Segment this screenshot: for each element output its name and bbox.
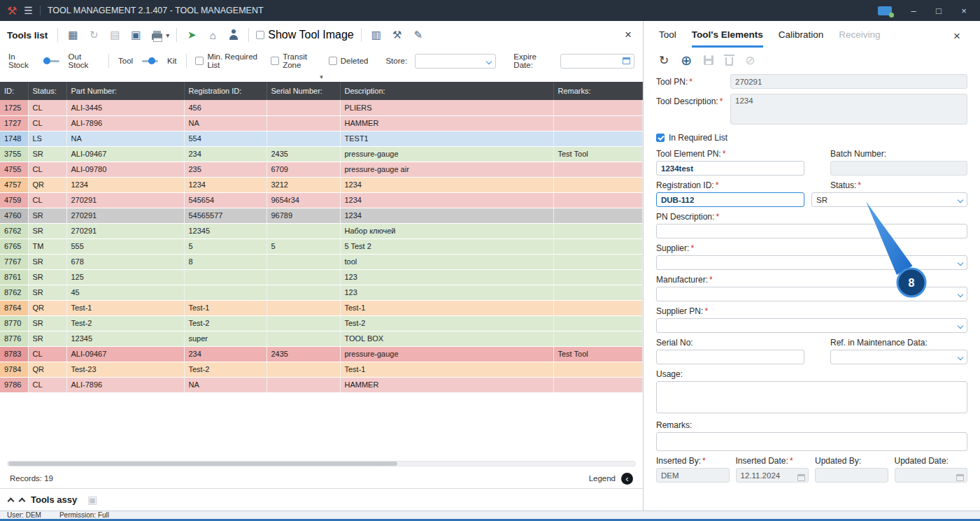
close-button[interactable]: ×	[955, 3, 973, 18]
cell-remarks[interactable]	[553, 115, 643, 131]
cell-remarks[interactable]	[553, 192, 643, 208]
cell-status[interactable]: SR	[28, 208, 66, 223]
supplier-pn-select[interactable]	[656, 318, 967, 333]
cell-reg[interactable]: 234	[184, 346, 267, 362]
home-icon[interactable]: ⌂	[205, 27, 220, 43]
cell-desc[interactable]: TEST1	[340, 131, 553, 146]
deactivate-icon[interactable]: ⊘	[745, 53, 755, 68]
cell-serial[interactable]	[267, 315, 340, 331]
cell-id[interactable]: 6762	[0, 223, 28, 238]
cell-remarks[interactable]	[553, 300, 643, 315]
stock-toggle[interactable]	[43, 57, 59, 64]
store-select[interactable]	[415, 54, 496, 69]
cell-desc[interactable]: HAMMER	[340, 115, 553, 131]
deleted-checkbox[interactable]	[329, 57, 337, 65]
connected-users-icon[interactable]	[878, 6, 892, 15]
column-header[interactable]: Registration ID:	[184, 82, 267, 100]
cell-pn[interactable]: 125	[66, 269, 184, 285]
cell-pn[interactable]: ALI-7896	[66, 377, 184, 392]
cell-reg[interactable]: 554	[184, 131, 267, 146]
table-row[interactable]: 9784QRTest-23Test-2Test-1	[0, 362, 643, 377]
cell-remarks[interactable]	[553, 285, 643, 300]
cell-serial[interactable]	[267, 300, 340, 315]
table-row[interactable]: 4757QR1234123432121234	[0, 177, 643, 192]
collapse-filters-handle[interactable]: ▼	[0, 73, 643, 82]
cell-status[interactable]: CL	[28, 346, 66, 362]
cell-serial[interactable]	[267, 269, 340, 285]
cell-status[interactable]: CL	[28, 377, 66, 392]
tab-calibration[interactable]: Calibration	[779, 29, 824, 48]
cell-remarks[interactable]	[553, 177, 643, 192]
cell-serial[interactable]	[267, 115, 340, 131]
cell-serial[interactable]: 2435	[267, 346, 340, 362]
cell-remarks[interactable]	[553, 269, 643, 285]
cell-id[interactable]: 8783	[0, 346, 28, 362]
serial-no-field[interactable]	[656, 350, 804, 364]
add-icon[interactable]: ⊕	[681, 52, 692, 69]
table-row[interactable]: 8770SRTest-2Test-2Test-2	[0, 315, 643, 331]
cell-reg[interactable]: super	[184, 331, 267, 346]
manufacturer-select[interactable]	[656, 287, 967, 301]
cell-remarks[interactable]: Test Tool	[553, 146, 643, 162]
cell-pn[interactable]: 270291	[66, 223, 184, 238]
min-required-checkbox[interactable]	[195, 57, 204, 65]
copy-icon[interactable]: ▣	[128, 27, 143, 43]
legend-icon[interactable]: ‹	[621, 473, 633, 485]
handover-user-icon[interactable]	[226, 27, 241, 43]
cell-desc[interactable]: Test-1	[340, 362, 553, 377]
cell-id[interactable]: 3755	[0, 146, 28, 162]
cell-status[interactable]: SR	[28, 285, 66, 300]
cell-id[interactable]: 1725	[0, 100, 28, 115]
cell-id[interactable]: 8776	[0, 331, 28, 346]
cell-serial[interactable]	[267, 254, 340, 269]
cell-desc[interactable]: pressure-gauge	[340, 146, 553, 162]
cell-id[interactable]: 4760	[0, 208, 28, 223]
cell-desc[interactable]: 123	[340, 269, 553, 285]
cell-pn[interactable]: ALI-7896	[66, 115, 184, 131]
cell-remarks[interactable]	[553, 238, 643, 254]
maximize-button[interactable]: □	[930, 3, 948, 18]
cell-pn[interactable]: 678	[66, 254, 184, 269]
cell-pn[interactable]: ALI-09467	[66, 346, 184, 362]
tool-element-pn-field[interactable]	[656, 161, 804, 176]
horizontal-scrollbar[interactable]	[0, 459, 643, 469]
cell-desc[interactable]: tool	[340, 254, 553, 269]
table-row[interactable]: 9786CLALI-7896NAHAMMER	[0, 377, 643, 392]
cell-reg[interactable]: 235	[184, 162, 267, 177]
cell-status[interactable]: LS	[28, 131, 66, 146]
cell-id[interactable]: 1748	[0, 131, 28, 146]
table-row[interactable]: 1748LSNA554TEST1	[0, 131, 643, 146]
cell-desc[interactable]: 5 Test 2	[340, 238, 553, 254]
cell-desc[interactable]: pressure-gauge air	[340, 162, 553, 177]
cell-serial[interactable]: 2435	[267, 146, 340, 162]
menu-icon[interactable]: ☰	[24, 5, 33, 16]
table-row[interactable]: 8762SR45123	[0, 285, 643, 300]
cell-desc[interactable]: PLIERS	[340, 100, 553, 115]
cell-status[interactable]: SR	[28, 269, 66, 285]
device-icon[interactable]: ▥	[369, 27, 384, 43]
cell-serial[interactable]	[267, 100, 340, 115]
cell-remarks[interactable]	[553, 223, 643, 238]
cell-status[interactable]: CL	[28, 162, 66, 177]
cell-reg[interactable]: 1234	[184, 177, 267, 192]
close-tools-list-icon[interactable]: ×	[620, 28, 636, 42]
export-icon[interactable]: ➤	[184, 27, 199, 43]
cell-id[interactable]: 8762	[0, 285, 28, 300]
cell-status[interactable]: CL	[28, 192, 66, 208]
cell-reg[interactable]: Test-2	[184, 315, 267, 331]
cell-serial[interactable]: 96789	[267, 208, 340, 223]
cell-desc[interactable]: Test-2	[340, 315, 553, 331]
cell-reg[interactable]: 8	[184, 254, 267, 269]
cell-desc[interactable]: 123	[340, 285, 553, 300]
cell-pn[interactable]: ALI-3445	[66, 100, 184, 115]
table-row[interactable]: 1727CLALI-7896NAHAMMER	[0, 115, 643, 131]
cell-serial[interactable]: 6709	[267, 162, 340, 177]
registration-id-field[interactable]	[656, 192, 804, 207]
cell-remarks[interactable]	[553, 377, 643, 392]
cell-pn[interactable]: 270291	[66, 208, 184, 223]
cell-status[interactable]: SR	[28, 315, 66, 331]
columns-icon[interactable]: ▦	[65, 27, 80, 43]
pn-description-field[interactable]	[656, 224, 967, 238]
cell-id[interactable]: 7767	[0, 254, 28, 269]
table-row[interactable]: 1725CLALI-3445456PLIERS	[0, 100, 643, 115]
